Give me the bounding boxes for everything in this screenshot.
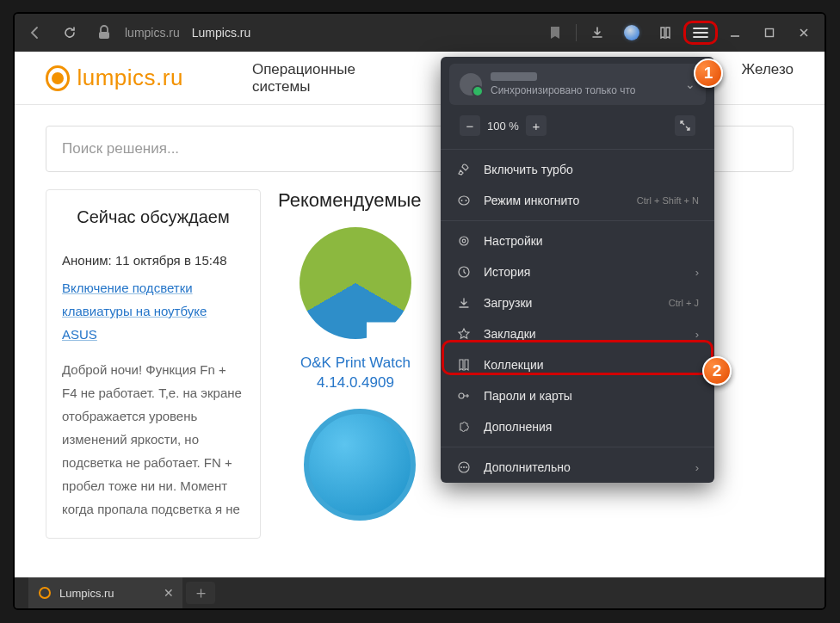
profile-row[interactable]: Синхронизировано только что ⌄ — [449, 64, 706, 105]
menu-collections-label: Коллекции — [484, 358, 544, 372]
downloads-shortcut: Ctrl + J — [669, 298, 699, 308]
nav-os[interactable]: Операционные системы — [252, 61, 380, 96]
callout-2: 2 — [702, 356, 732, 386]
tab-favicon — [39, 587, 51, 599]
comment-link[interactable]: Включение подсветки клавиатуры на ноутбу… — [62, 281, 207, 342]
star-icon — [456, 326, 472, 342]
blue-app-icon — [304, 409, 416, 521]
svg-point-12 — [466, 466, 467, 468]
discuss-panel: Сейчас обсуждаем Аноним: 11 октября в 15… — [46, 189, 261, 539]
menu-more[interactable]: Дополнительно › — [441, 452, 714, 483]
zoom-value: 100 % — [487, 120, 519, 133]
nav-hardware[interactable]: Железо — [742, 61, 794, 96]
more-icon — [456, 460, 472, 475]
zoom-in-button[interactable]: + — [526, 115, 547, 136]
rocket-icon — [456, 162, 472, 177]
close-window-button[interactable] — [787, 14, 821, 52]
sync-status: Синхронизировано только что — [491, 84, 635, 96]
history-icon — [456, 264, 472, 280]
main-menu-dropdown: Синхронизировано только что ⌄ − 100 % + … — [441, 57, 714, 483]
collections-icon — [456, 357, 472, 373]
gear-icon — [456, 233, 472, 249]
menu-history-label: История — [484, 265, 530, 279]
print-watch-icon — [300, 227, 411, 339]
tab-title: Lumpics.ru — [59, 587, 114, 600]
menu-settings-label: Настройки — [484, 234, 543, 248]
chevron-right-icon: › — [695, 328, 699, 341]
menu-passwords[interactable]: Пароли и карты — [441, 380, 714, 411]
svg-rect-0 — [99, 32, 109, 39]
incognito-shortcut: Ctrl + Shift + N — [637, 195, 699, 206]
key-icon — [456, 388, 472, 404]
menu-addons[interactable]: Дополнения — [441, 411, 714, 442]
svg-point-3 — [461, 200, 463, 201]
assistant-icon[interactable] — [615, 14, 649, 52]
chevron-right-icon: › — [695, 266, 699, 279]
page-title-toolbar: Lumpics.ru — [192, 26, 250, 40]
svg-point-10 — [460, 466, 462, 468]
chevron-down-icon: ⌄ — [685, 77, 695, 91]
svg-point-5 — [460, 237, 468, 245]
menu-incognito[interactable]: Режим инкогнито Ctrl + Shift + N — [441, 185, 714, 216]
discuss-title: Сейчас обсуждаем — [62, 207, 244, 227]
rec1-name: O&K Print Watch — [278, 355, 433, 372]
logo-text[interactable]: lumpics.ru — [77, 65, 182, 91]
tab-bar: Lumpics.ru ✕ ＋ — [15, 577, 825, 608]
tab-close-icon[interactable]: ✕ — [164, 586, 174, 600]
bookmark-icon[interactable] — [538, 14, 572, 52]
comment-body: Доброй ночи! Функция Fn + F4 не работает… — [62, 358, 244, 521]
menu-downloads-label: Загрузки — [484, 296, 532, 310]
menu-bookmarks[interactable]: Закладки › — [441, 318, 714, 349]
collections-toolbar-icon[interactable] — [649, 14, 683, 52]
rec1-version: 4.14.0.4909 — [278, 374, 433, 392]
minimize-button[interactable] — [718, 14, 752, 52]
svg-rect-1 — [766, 29, 774, 37]
back-button[interactable] — [18, 14, 52, 52]
tab-lumpics[interactable]: Lumpics.ru ✕ — [28, 577, 183, 608]
downloads-icon[interactable] — [580, 14, 615, 52]
zoom-out-button[interactable]: − — [460, 115, 480, 136]
lock-icon — [87, 14, 121, 52]
menu-bookmarks-label: Закладки — [484, 327, 536, 341]
menu-addons-label: Дополнения — [484, 420, 552, 434]
svg-point-11 — [463, 466, 465, 468]
logo-icon — [46, 65, 70, 91]
svg-point-2 — [459, 196, 469, 205]
browser-toolbar: lumpics.ru Lumpics.ru — [15, 14, 825, 52]
svg-point-8 — [459, 393, 464, 398]
menu-turbo[interactable]: Включить турбо — [441, 154, 714, 185]
svg-point-6 — [462, 239, 466, 243]
menu-incognito-label: Режим инкогнито — [484, 194, 579, 207]
reload-button[interactable] — [52, 14, 87, 52]
new-tab-button[interactable]: ＋ — [186, 582, 215, 604]
avatar-icon — [460, 73, 482, 96]
address-url[interactable]: lumpics.ru — [125, 26, 180, 40]
callout-1: 1 — [694, 59, 723, 88]
menu-passwords-label: Пароли и карты — [484, 389, 572, 403]
menu-downloads[interactable]: Загрузки Ctrl + J — [441, 287, 714, 318]
comment-meta: Аноним: 11 октября в 15:48 — [62, 253, 244, 268]
menu-history[interactable]: История › — [441, 256, 714, 287]
fullscreen-button[interactable] — [675, 115, 695, 136]
menu-turbo-label: Включить турбо — [484, 163, 573, 176]
main-menu-button[interactable] — [683, 21, 718, 45]
profile-name-redacted — [491, 72, 537, 81]
svg-point-4 — [466, 200, 467, 201]
maximize-button[interactable] — [752, 14, 787, 52]
incognito-icon — [456, 193, 472, 208]
menu-settings[interactable]: Настройки — [441, 225, 714, 256]
download-icon — [456, 295, 472, 311]
menu-more-label: Дополнительно — [484, 460, 571, 474]
recommend-item-1[interactable]: O&K Print Watch 4.14.0.4909 — [278, 227, 433, 392]
chevron-right-icon: › — [695, 461, 699, 474]
puzzle-icon — [456, 419, 472, 435]
menu-collections[interactable]: Коллекции — [441, 349, 714, 380]
